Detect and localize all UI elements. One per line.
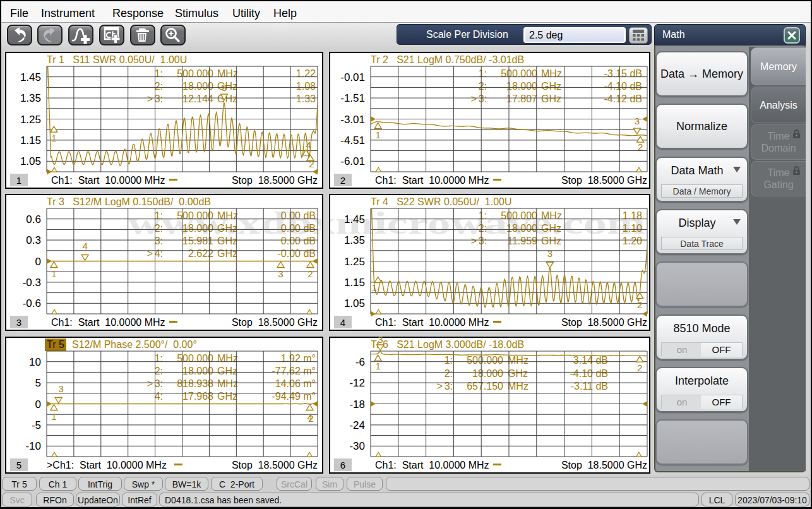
svg-text:1: 1 — [375, 361, 380, 371]
svg-text:www.xdbxmicrowave.com: www.xdbxmicrowave.com — [128, 208, 645, 241]
svg-text:1.05: 1.05 — [344, 297, 365, 309]
svg-text:1.15: 1.15 — [344, 277, 365, 289]
svg-text:GHz: GHz — [217, 391, 237, 402]
svg-text:GHz: GHz — [541, 93, 561, 104]
svg-text:5: 5 — [16, 460, 21, 470]
svg-text:MHz: MHz — [508, 381, 528, 392]
svg-text:Tr 4 S22 SWR 0.050U/ 1.00U: Tr 4 S22 SWR 0.050U/ 1.00U — [371, 196, 512, 207]
svg-text:18.000: 18.000 — [182, 81, 213, 92]
svg-text:4: 4 — [82, 241, 87, 251]
svg-text:1.25: 1.25 — [344, 256, 365, 268]
svg-text:Tr 2 S21 LogM 0.750dB/ -3.01: Tr 2 S21 LogM 0.750dB/ -3.01dB — [371, 54, 524, 65]
svg-text:1: 1 — [16, 175, 21, 186]
svg-text:>: > — [147, 378, 153, 389]
svg-text:10: 10 — [29, 356, 41, 368]
svg-text:GHz: GHz — [217, 248, 237, 259]
svg-text:GHz: GHz — [508, 368, 528, 379]
svg-text:Tr 5: Tr 5 — [47, 339, 64, 350]
svg-text:Ch1: Start 10.0000 MHz: Ch1: Start 10.0000 MHz — [375, 175, 489, 186]
svg-text:2: 2 — [637, 362, 642, 373]
svg-text:0: 0 — [35, 398, 41, 410]
svg-text:3: 3 — [16, 317, 21, 328]
svg-text:Ch1: Start 10.0000 MHz: Ch1: Start 10.0000 MHz — [375, 317, 489, 328]
svg-text:2: 2 — [340, 175, 345, 186]
svg-text:3: 3 — [222, 82, 227, 93]
svg-text:500.000: 500.000 — [501, 68, 537, 79]
svg-text:Stop 18.5000 GHz: Stop 18.5000 GHz — [232, 317, 318, 328]
svg-text:MHz: MHz — [508, 355, 528, 366]
svg-text:2:: 2: — [155, 366, 163, 376]
svg-text:Stop 18.5000 GHz: Stop 18.5000 GHz — [232, 460, 318, 470]
svg-text:500.000: 500.000 — [467, 355, 503, 366]
svg-text:3: 3 — [378, 337, 383, 345]
svg-text:2: 2 — [637, 299, 642, 310]
svg-text:GHz: GHz — [541, 81, 561, 92]
svg-text:S12/M Phase 2.500°/ 0.00°: S12/M Phase 2.500°/ 0.00° — [72, 339, 197, 350]
svg-text:1.08: 1.08 — [296, 81, 316, 92]
svg-text:18.000: 18.000 — [506, 81, 537, 92]
svg-text:-1.51: -1.51 — [340, 92, 365, 104]
svg-text:3: 3 — [59, 383, 64, 394]
svg-text:>: > — [147, 93, 153, 104]
svg-text:Tr 3 S12/M LogM 0.150dB/ 0.: Tr 3 S12/M LogM 0.150dB/ 0.00dB — [47, 196, 211, 207]
svg-text:2:: 2: — [155, 81, 163, 92]
svg-text:1: 1 — [51, 411, 56, 422]
svg-text:4: 4 — [306, 140, 311, 150]
svg-text:MHz: MHz — [217, 353, 238, 364]
svg-text:-4.10 dB: -4.10 dB — [604, 81, 642, 92]
svg-text:18.000: 18.000 — [182, 366, 213, 376]
svg-text:17.968: 17.968 — [182, 391, 213, 402]
svg-text:4: 4 — [340, 317, 345, 328]
svg-text:-3.01: -3.01 — [340, 114, 365, 126]
svg-text:2: 2 — [638, 141, 643, 152]
svg-text:1: 1 — [371, 282, 376, 293]
svg-text:2:: 2: — [479, 81, 487, 92]
svg-text:1:: 1: — [479, 68, 487, 79]
svg-text:MHz: MHz — [217, 68, 238, 79]
svg-text:1: 1 — [51, 133, 56, 143]
svg-text:Stop 18.5000 GHz: Stop 18.5000 GHz — [561, 317, 647, 328]
svg-text:>: > — [147, 248, 153, 259]
svg-text:1:: 1: — [155, 68, 163, 79]
svg-text:-94.49 m°: -94.49 m° — [272, 391, 316, 402]
svg-text:0.6: 0.6 — [26, 213, 41, 225]
svg-text:>: > — [437, 381, 443, 392]
svg-text:>Ch1: Start 10.0000 MHz: >Ch1: Start 10.0000 MHz — [47, 460, 167, 470]
svg-text:-0.3: -0.3 — [23, 277, 41, 289]
svg-text:-30: -30 — [349, 440, 365, 452]
svg-text:Stop 18.5000 GHz: Stop 18.5000 GHz — [561, 175, 647, 186]
svg-text:Stop 18.5000 GHz: Stop 18.5000 GHz — [561, 460, 647, 470]
svg-text:3: 3 — [278, 268, 283, 279]
svg-text:-77.62 m°: -77.62 m° — [272, 366, 316, 376]
svg-text:6: 6 — [340, 460, 345, 470]
svg-text:-24: -24 — [349, 419, 365, 431]
svg-text:-4.51: -4.51 — [340, 135, 365, 147]
svg-text:14.06 m°: 14.06 m° — [275, 378, 316, 389]
svg-text:657.150: 657.150 — [467, 381, 503, 392]
svg-text:-3.15 dB: -3.15 dB — [604, 68, 642, 79]
svg-text:2: 2 — [308, 413, 313, 424]
svg-text:12.144: 12.144 — [182, 93, 213, 104]
svg-text:-4.12 dB: -4.12 dB — [604, 93, 642, 104]
svg-text:1.22: 1.22 — [296, 68, 316, 79]
svg-text:1.35: 1.35 — [20, 92, 41, 104]
svg-text:3:: 3: — [479, 93, 487, 104]
svg-text:1.25: 1.25 — [20, 114, 41, 126]
svg-text:4:: 4: — [155, 391, 163, 402]
svg-text:5: 5 — [35, 377, 41, 389]
svg-text:-0.01: -0.01 — [340, 71, 365, 83]
svg-text:3:: 3: — [155, 378, 163, 389]
svg-text:0.3: 0.3 — [26, 234, 41, 246]
svg-text:1.05: 1.05 — [20, 155, 41, 167]
svg-text:2.622: 2.622 — [188, 248, 213, 259]
svg-text:-6.01: -6.01 — [340, 155, 365, 167]
svg-text:2:: 2: — [445, 368, 453, 379]
svg-text:3:: 3: — [155, 93, 163, 104]
svg-text:Stop 18.5000 GHz: Stop 18.5000 GHz — [232, 175, 318, 186]
svg-text:2: 2 — [307, 268, 313, 279]
svg-text:18.000: 18.000 — [472, 368, 503, 379]
svg-text:Ch1: Start 10.0000 MHz: Ch1: Start 10.0000 MHz — [375, 460, 489, 470]
svg-text:1.92 m°: 1.92 m° — [281, 353, 316, 364]
svg-text:3.14 dB: 3.14 dB — [573, 355, 608, 366]
svg-text:3:: 3: — [445, 381, 453, 392]
